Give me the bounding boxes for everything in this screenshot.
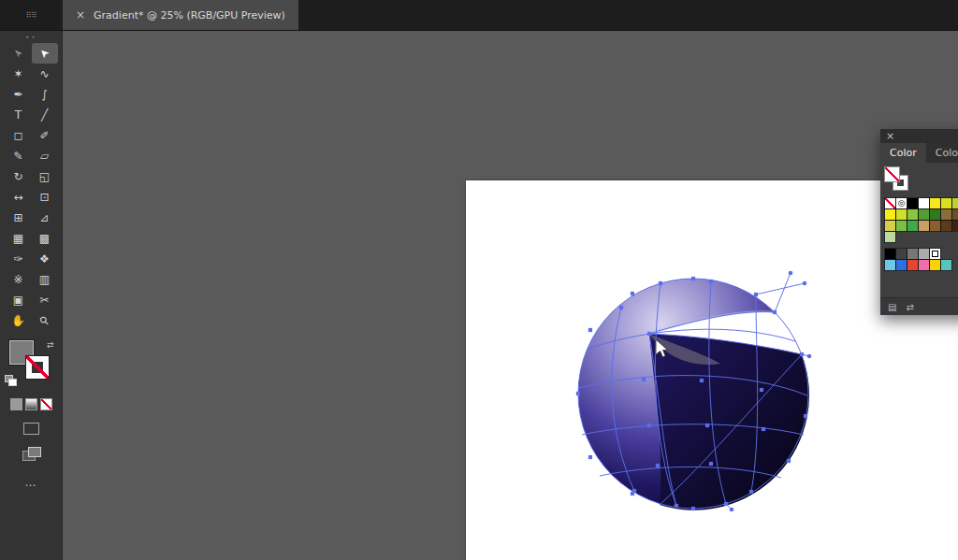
gradient-tool[interactable]: ▩ (32, 228, 58, 249)
pen-tool[interactable]: ✒ (6, 84, 32, 105)
free-transform-tool[interactable]: ⊡ (32, 187, 58, 208)
swatch[interactable] (930, 198, 940, 208)
line-segment-tool[interactable]: ╱ (32, 105, 58, 125)
swatch[interactable] (896, 249, 907, 259)
stroke-swatch[interactable] (26, 356, 49, 379)
document-tab[interactable]: × Gradient* @ 25% (RGB/GPU Preview) (63, 0, 298, 30)
swatch[interactable] (941, 209, 951, 220)
line-segment-icon: ╱ (41, 108, 48, 122)
type-tool[interactable]: T (6, 105, 32, 125)
rotate-icon: ↻ (13, 170, 22, 183)
apply-gradient-button[interactable] (25, 398, 37, 410)
eyedropper-tool[interactable]: ✑ (6, 249, 32, 269)
direct-selection-tool[interactable]: ➢ (6, 43, 32, 64)
swatch[interactable] (941, 260, 951, 270)
width-icon: ↔ (13, 191, 22, 204)
swatch[interactable] (919, 198, 929, 208)
panel-fill-swatch[interactable] (885, 167, 899, 181)
tools-panel: ∙∙ ➢➤✶∿✒∫T╱◻✐✎▱↻◱↔⊡⊞⊿▦▩✑❖※▥▣✂✋⚲ ⇄ … (0, 31, 63, 560)
swatch[interactable] (952, 209, 958, 220)
tab-color[interactable]: Color (880, 143, 926, 163)
swatch-row (885, 249, 958, 259)
swatch[interactable] (930, 260, 940, 270)
curvature-tool[interactable]: ∫ (32, 84, 58, 105)
gradient-icon: ▩ (39, 232, 50, 245)
swatch-registration[interactable]: ◎ (896, 198, 907, 208)
screen-mode-button[interactable] (22, 447, 41, 461)
swatch[interactable] (919, 221, 929, 231)
illustrator-window: ⠿⠿ × Gradient* @ 25% (RGB/GPU Preview) ∙… (0, 0, 958, 560)
pencil-tool[interactable]: ✎ (6, 146, 32, 166)
swatch[interactable] (907, 249, 918, 259)
apply-none-button[interactable] (40, 398, 52, 410)
swatch[interactable] (930, 221, 940, 231)
swatch-libraries-icon[interactable]: ▤ (888, 302, 896, 312)
magic-wand-tool[interactable]: ✶ (6, 64, 32, 84)
close-panel-icon[interactable]: × (886, 131, 894, 141)
selection-tool[interactable]: ➤ (32, 43, 58, 64)
mesh-icon: ▦ (13, 232, 23, 245)
paintbrush-tool[interactable]: ✐ (32, 125, 58, 146)
swatch[interactable] (885, 249, 895, 259)
blend-tool[interactable]: ❖ (32, 249, 58, 269)
close-tab-icon[interactable]: × (76, 9, 85, 21)
panel-footer: ▤⇄☁▦ (880, 297, 958, 315)
swatch-kinds-icon[interactable]: ⇄ (906, 302, 913, 312)
swatch[interactable] (885, 232, 895, 242)
swap-fill-stroke-icon[interactable]: ⇄ (47, 340, 54, 350)
lasso-tool[interactable]: ∿ (32, 64, 58, 84)
swatch[interactable] (907, 209, 918, 220)
swatch[interactable] (919, 209, 929, 220)
swatch[interactable] (896, 221, 907, 231)
symbol-sprayer-tool[interactable]: ※ (6, 269, 32, 290)
swatch[interactable] (930, 209, 940, 220)
swatch[interactable] (885, 221, 895, 231)
swatch[interactable] (941, 221, 951, 231)
drawing-mode-button[interactable] (23, 423, 39, 435)
column-graph-icon: ▥ (39, 273, 50, 286)
apply-color-modes (10, 398, 52, 410)
rectangle-tool[interactable]: ◻ (6, 125, 32, 146)
swatch[interactable] (952, 221, 958, 231)
color-panel: × Color Color G ◎ ▤⇄☁▦ (880, 129, 958, 315)
pencil-icon: ✎ (13, 150, 22, 163)
tools-grip-icon[interactable]: ∙∙ (25, 34, 37, 41)
perspective-grid-tool[interactable]: ⊿ (32, 208, 58, 228)
tab-color-guide[interactable]: Color G (926, 143, 958, 163)
width-tool[interactable]: ↔ (6, 187, 32, 208)
swatch[interactable] (885, 209, 895, 220)
swatch-pattern[interactable] (930, 249, 940, 259)
swatch[interactable] (896, 260, 907, 270)
hand-tool[interactable]: ✋ (6, 310, 32, 331)
slice-tool[interactable]: ✂ (32, 290, 58, 310)
rotate-tool[interactable]: ↻ (6, 166, 32, 187)
swatch[interactable] (919, 249, 929, 259)
mesh-tool[interactable]: ▦ (6, 228, 32, 249)
swatch-grid: ◎ (885, 198, 958, 270)
selection-icon: ➤ (36, 45, 52, 61)
edit-toolbar-button[interactable]: … (25, 476, 38, 489)
artboard-tool[interactable]: ▣ (6, 290, 32, 310)
scale-tool[interactable]: ◱ (32, 166, 58, 187)
curvature-icon: ∫ (41, 88, 47, 101)
swatch[interactable] (896, 209, 907, 220)
swatch[interactable] (907, 221, 918, 231)
shape-builder-tool[interactable]: ⊞ (6, 208, 32, 228)
apply-color-button[interactable] (10, 398, 22, 410)
slice-icon: ✂ (39, 294, 49, 307)
paintbrush-icon: ✐ (39, 129, 49, 142)
swatch[interactable] (907, 260, 918, 270)
zoom-tool[interactable]: ⚲ (32, 310, 58, 331)
swatch[interactable] (941, 198, 951, 208)
swatch-none[interactable] (885, 198, 895, 208)
default-fill-stroke-icon[interactable] (5, 375, 17, 385)
hand-icon: ✋ (11, 314, 25, 327)
column-graph-tool[interactable]: ▥ (32, 269, 58, 290)
swatch-row (885, 221, 958, 231)
eraser-tool[interactable]: ▱ (32, 146, 58, 166)
swatch[interactable] (907, 198, 918, 208)
swatch[interactable] (952, 198, 958, 208)
swatch[interactable] (885, 260, 895, 270)
swatch[interactable] (919, 260, 929, 270)
direct-selection-icon: ➢ (10, 45, 26, 61)
